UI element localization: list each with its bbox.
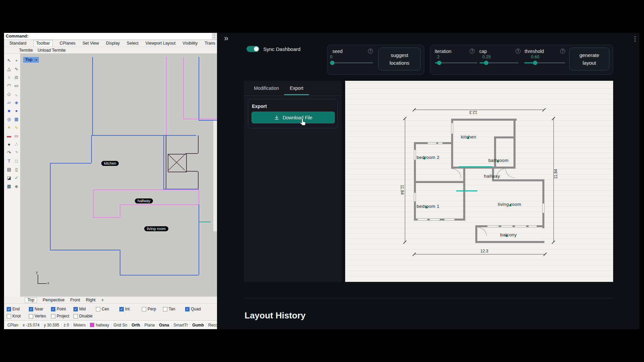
status-y-30-595[interactable]: y 30.595: [42, 323, 62, 327]
polyline-icon[interactable]: △: [5, 65, 13, 73]
rectangle-icon[interactable]: ▭: [13, 81, 20, 90]
view-tab-right[interactable]: Right: [86, 298, 96, 302]
ellipse-icon[interactable]: ⊙: [13, 73, 20, 81]
sphere-icon[interactable]: ●: [13, 107, 20, 115]
spiral-icon[interactable]: ◝: [13, 148, 20, 157]
view-tab-perspective[interactable]: Perspective: [43, 298, 64, 302]
osnap-checkbox-quad[interactable]: ✓: [185, 307, 190, 311]
menu-tab-visibility[interactable]: Visibility: [182, 41, 198, 46]
scroll-up-icon[interactable]: ▴: [214, 34, 215, 36]
command-bar[interactable]: Command: ▴ ▾: [4, 33, 217, 40]
osnap-checkbox-end[interactable]: ✓: [7, 307, 11, 311]
bolt-icon[interactable]: ϟ: [13, 123, 20, 132]
view-tab-front[interactable]: Front: [70, 298, 80, 302]
menu-tab-toolbar[interactable]: Toolbar: [34, 40, 53, 47]
cap-slider[interactable]: [480, 62, 519, 63]
arc-icon[interactable]: ◠: [5, 81, 13, 90]
threshold-slider[interactable]: [524, 62, 565, 63]
torus-icon[interactable]: ◎: [5, 115, 13, 123]
seed-help-icon[interactable]: ?: [368, 49, 373, 54]
menu-tab-standard[interactable]: Standard: [9, 41, 26, 46]
menu-tab-cplanes[interactable]: CPlanes: [60, 41, 75, 46]
text-icon[interactable]: T: [5, 157, 13, 165]
view-tab-top[interactable]: Top: [25, 297, 37, 303]
collapse-panel-icon[interactable]: »: [224, 34, 228, 43]
check-icon[interactable]: ✓: [13, 174, 20, 182]
spheres-icon[interactable]: ●: [5, 140, 13, 148]
patch-icon[interactable]: ▦: [13, 115, 20, 123]
table-icon[interactable]: ▦: [5, 182, 13, 190]
osnap-checkbox-int[interactable]: ✓: [119, 307, 124, 311]
osnap-checkbox-mid[interactable]: ✓: [73, 307, 78, 311]
plugin-tab-unload-termite[interactable]: Unload Termite: [38, 48, 66, 53]
osnap-checkbox-vertex[interactable]: [29, 314, 33, 318]
osnap-checkbox-disable[interactable]: [73, 314, 78, 318]
status-orth[interactable]: Orth: [129, 323, 142, 327]
plugin-tab-termite[interactable]: Termite: [19, 48, 33, 53]
osnap-checkbox-project[interactable]: [51, 314, 55, 318]
sync-dashboard-toggle[interactable]: [247, 46, 259, 52]
helix-icon[interactable]: ◟: [13, 90, 20, 98]
scroll-down-icon[interactable]: ▾: [214, 37, 215, 39]
status-cplan[interactable]: CPlan: [5, 323, 21, 327]
tube-icon[interactable]: ▭: [13, 132, 20, 140]
menu-tab-set-view[interactable]: Set View: [83, 41, 99, 46]
menu-tab-select[interactable]: Select: [127, 41, 139, 46]
status-osna[interactable]: Osna: [157, 323, 171, 327]
menu-tab-trans[interactable]: Trans: [205, 41, 215, 46]
pointer-icon[interactable]: ↖: [5, 56, 13, 65]
osnap-checkbox-knot[interactable]: [7, 314, 11, 318]
iteration-slider[interactable]: [435, 62, 477, 63]
osnap-checkbox-cen[interactable]: [96, 307, 100, 311]
grid-icon[interactable]: ▤: [5, 165, 13, 174]
loft-icon[interactable]: ◈: [13, 98, 20, 107]
seed-slider-knob[interactable]: [330, 61, 334, 65]
generate-layout-button[interactable]: generate layout: [569, 48, 609, 70]
download-file-button[interactable]: Download File: [252, 112, 335, 123]
hatch-icon[interactable]: ◪: [5, 174, 13, 182]
threshold-slider-knob[interactable]: [533, 61, 537, 65]
menu-tab-display[interactable]: Display: [106, 41, 120, 46]
cap-slider-knob[interactable]: [484, 61, 488, 65]
explode-icon[interactable]: ✶: [5, 123, 13, 132]
tab-export[interactable]: Export: [290, 85, 303, 91]
status-hallway[interactable]: hallway: [88, 323, 111, 327]
surface-icon[interactable]: ▱: [5, 98, 13, 107]
status-grid-sn[interactable]: Grid Sn: [112, 323, 130, 327]
box-icon[interactable]: ■: [5, 107, 13, 115]
tab-modification[interactable]: Modification: [254, 85, 279, 91]
cylinder-icon[interactable]: ▬: [5, 132, 13, 140]
gem-icon[interactable]: ◆: [13, 182, 20, 190]
iteration-help-icon[interactable]: ?: [470, 49, 475, 54]
status-meters[interactable]: Meters: [71, 323, 88, 327]
polygon-icon[interactable]: ◇: [5, 90, 13, 98]
freeform-curve-icon[interactable]: ∿: [13, 65, 20, 73]
cad-viewport[interactable]: Top▾ kitchenhallwayliving room y x: [20, 54, 217, 297]
iteration-slider-knob[interactable]: [437, 61, 441, 65]
seed-slider[interactable]: [330, 62, 373, 63]
panel-icon[interactable]: ▯: [13, 165, 20, 174]
command-history-scrollbar[interactable]: ▴ ▾: [212, 33, 216, 40]
osnap-checkbox-perp[interactable]: [142, 307, 146, 311]
status-x-15-074[interactable]: x -15.074: [21, 323, 42, 327]
overflow-menu-icon[interactable]: ⋮: [632, 35, 638, 43]
blend-icon[interactable]: ↷: [5, 148, 13, 157]
status-z-0[interactable]: z 0: [62, 323, 71, 327]
osnap-checkbox-point[interactable]: ✓: [51, 307, 55, 311]
osnap-checkbox-near[interactable]: ✓: [29, 307, 33, 311]
menu-tab-viewport-layout[interactable]: Viewport Layout: [146, 41, 175, 46]
osnap-checkbox-tan[interactable]: [163, 307, 167, 311]
points-group-icon[interactable]: ∴: [13, 140, 20, 148]
new-viewport-icon[interactable]: +: [101, 297, 104, 303]
viewport-title-badge[interactable]: Top▾: [23, 57, 39, 63]
viewport-menu-arrow-icon[interactable]: ▾: [34, 58, 37, 62]
circle-icon[interactable]: ○: [5, 73, 13, 81]
point-icon[interactable]: ∘: [13, 56, 20, 65]
node-icon[interactable]: □: [13, 157, 20, 165]
suggest-locations-button[interactable]: suggest locations: [378, 48, 421, 70]
status-plana[interactable]: Plana: [143, 323, 157, 327]
cap-help-icon[interactable]: ?: [516, 49, 521, 54]
status-gumb[interactable]: Gumb: [190, 323, 206, 327]
status-smarttr[interactable]: SmartTr: [171, 323, 190, 327]
threshold-help-icon[interactable]: ?: [560, 49, 565, 54]
